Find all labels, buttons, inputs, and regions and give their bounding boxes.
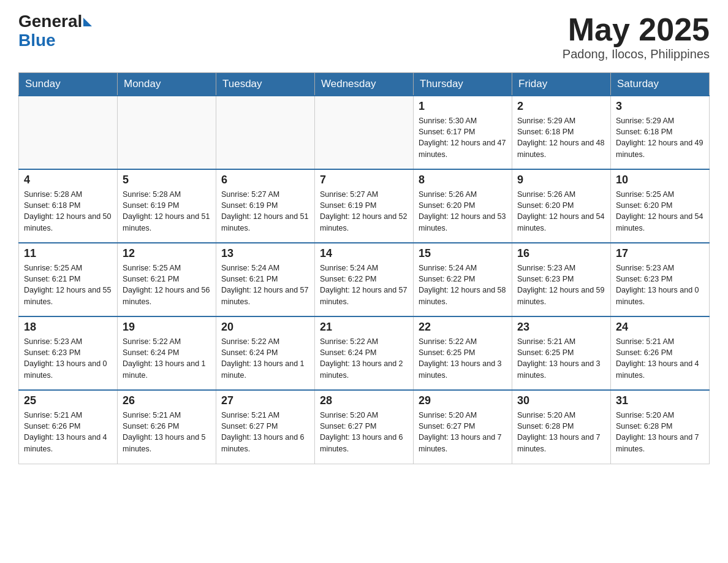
- calendar-week-row: 4Sunrise: 5:28 AM Sunset: 6:18 PM Daylig…: [19, 169, 710, 243]
- day-info: Sunrise: 5:29 AM Sunset: 6:18 PM Dayligh…: [616, 115, 704, 160]
- day-number: 7: [320, 174, 408, 186]
- table-row: 25Sunrise: 5:21 AM Sunset: 6:26 PM Dayli…: [19, 390, 118, 464]
- day-info: Sunrise: 5:27 AM Sunset: 6:19 PM Dayligh…: [221, 189, 309, 234]
- table-row: 24Sunrise: 5:21 AM Sunset: 6:26 PM Dayli…: [611, 316, 710, 390]
- day-number: 17: [616, 247, 704, 260]
- day-number: 6: [221, 174, 309, 186]
- table-row: [315, 96, 414, 169]
- calendar-table: Sunday Monday Tuesday Wednesday Thursday…: [18, 72, 710, 464]
- day-info: Sunrise: 5:22 AM Sunset: 6:24 PM Dayligh…: [123, 336, 211, 381]
- day-number: 28: [320, 394, 408, 407]
- logo-blue-text: Blue: [18, 31, 92, 50]
- day-number: 30: [517, 394, 605, 407]
- table-row: 2Sunrise: 5:29 AM Sunset: 6:18 PM Daylig…: [512, 96, 611, 169]
- day-number: 23: [517, 321, 605, 334]
- day-info: Sunrise: 5:24 AM Sunset: 6:22 PM Dayligh…: [419, 262, 507, 307]
- day-info: Sunrise: 5:25 AM Sunset: 6:20 PM Dayligh…: [616, 189, 704, 234]
- table-row: [19, 96, 118, 169]
- logo: General Blue: [18, 12, 92, 50]
- logo-triangle-icon: [83, 18, 92, 26]
- table-row: 28Sunrise: 5:20 AM Sunset: 6:27 PM Dayli…: [315, 390, 414, 464]
- page-title: May 2025: [563, 12, 710, 47]
- day-info: Sunrise: 5:21 AM Sunset: 6:27 PM Dayligh…: [221, 410, 309, 454]
- day-number: 24: [616, 321, 704, 334]
- table-row: 22Sunrise: 5:22 AM Sunset: 6:25 PM Dayli…: [414, 316, 512, 390]
- table-row: 27Sunrise: 5:21 AM Sunset: 6:27 PM Dayli…: [216, 390, 315, 464]
- table-row: 12Sunrise: 5:25 AM Sunset: 6:21 PM Dayli…: [118, 243, 216, 316]
- day-info: Sunrise: 5:28 AM Sunset: 6:18 PM Dayligh…: [24, 189, 112, 234]
- day-number: 15: [419, 247, 507, 260]
- calendar-week-row: 25Sunrise: 5:21 AM Sunset: 6:26 PM Dayli…: [19, 390, 710, 464]
- day-info: Sunrise: 5:20 AM Sunset: 6:27 PM Dayligh…: [419, 410, 507, 454]
- day-info: Sunrise: 5:21 AM Sunset: 6:26 PM Dayligh…: [616, 336, 704, 381]
- page-subtitle: Padong, Ilocos, Philippines: [563, 47, 710, 61]
- table-row: 9Sunrise: 5:26 AM Sunset: 6:20 PM Daylig…: [512, 169, 611, 243]
- table-row: [118, 96, 216, 169]
- table-row: 13Sunrise: 5:24 AM Sunset: 6:21 PM Dayli…: [216, 243, 315, 316]
- col-friday: Friday: [512, 73, 611, 96]
- col-wednesday: Wednesday: [315, 73, 414, 96]
- day-info: Sunrise: 5:20 AM Sunset: 6:27 PM Dayligh…: [320, 410, 408, 454]
- col-thursday: Thursday: [414, 73, 512, 96]
- day-info: Sunrise: 5:28 AM Sunset: 6:19 PM Dayligh…: [123, 189, 211, 234]
- day-number: 10: [616, 174, 704, 186]
- day-info: Sunrise: 5:23 AM Sunset: 6:23 PM Dayligh…: [616, 262, 704, 307]
- table-row: 14Sunrise: 5:24 AM Sunset: 6:22 PM Dayli…: [315, 243, 414, 316]
- day-number: 12: [123, 247, 211, 260]
- day-number: 2: [517, 100, 605, 113]
- day-number: 22: [419, 321, 507, 334]
- day-info: Sunrise: 5:24 AM Sunset: 6:21 PM Dayligh…: [221, 262, 309, 307]
- table-row: 5Sunrise: 5:28 AM Sunset: 6:19 PM Daylig…: [118, 169, 216, 243]
- table-row: 8Sunrise: 5:26 AM Sunset: 6:20 PM Daylig…: [414, 169, 512, 243]
- table-row: 4Sunrise: 5:28 AM Sunset: 6:18 PM Daylig…: [19, 169, 118, 243]
- day-number: 11: [24, 247, 112, 260]
- day-info: Sunrise: 5:23 AM Sunset: 6:23 PM Dayligh…: [24, 336, 112, 381]
- day-info: Sunrise: 5:21 AM Sunset: 6:26 PM Dayligh…: [24, 410, 112, 454]
- day-info: Sunrise: 5:23 AM Sunset: 6:23 PM Dayligh…: [517, 262, 605, 307]
- table-row: 10Sunrise: 5:25 AM Sunset: 6:20 PM Dayli…: [611, 169, 710, 243]
- table-row: 30Sunrise: 5:20 AM Sunset: 6:28 PM Dayli…: [512, 390, 611, 464]
- day-number: 20: [221, 321, 309, 334]
- page-header: General Blue May 2025 Padong, Ilocos, Ph…: [18, 12, 710, 61]
- title-block: May 2025 Padong, Ilocos, Philippines: [563, 12, 710, 61]
- day-number: 27: [221, 394, 309, 407]
- calendar-week-row: 11Sunrise: 5:25 AM Sunset: 6:21 PM Dayli…: [19, 243, 710, 316]
- day-number: 5: [123, 174, 211, 186]
- day-number: 29: [419, 394, 507, 407]
- day-info: Sunrise: 5:29 AM Sunset: 6:18 PM Dayligh…: [517, 115, 605, 160]
- day-info: Sunrise: 5:26 AM Sunset: 6:20 PM Dayligh…: [517, 189, 605, 234]
- day-info: Sunrise: 5:24 AM Sunset: 6:22 PM Dayligh…: [320, 262, 408, 307]
- day-info: Sunrise: 5:20 AM Sunset: 6:28 PM Dayligh…: [517, 410, 605, 454]
- col-tuesday: Tuesday: [216, 73, 315, 96]
- day-number: 16: [517, 247, 605, 260]
- day-number: 1: [419, 100, 507, 113]
- table-row: 19Sunrise: 5:22 AM Sunset: 6:24 PM Dayli…: [118, 316, 216, 390]
- table-row: [216, 96, 315, 169]
- day-info: Sunrise: 5:22 AM Sunset: 6:25 PM Dayligh…: [419, 336, 507, 381]
- day-number: 21: [320, 321, 408, 334]
- table-row: 26Sunrise: 5:21 AM Sunset: 6:26 PM Dayli…: [118, 390, 216, 464]
- day-number: 26: [123, 394, 211, 407]
- day-info: Sunrise: 5:27 AM Sunset: 6:19 PM Dayligh…: [320, 189, 408, 234]
- table-row: 3Sunrise: 5:29 AM Sunset: 6:18 PM Daylig…: [611, 96, 710, 169]
- day-number: 14: [320, 247, 408, 260]
- table-row: 18Sunrise: 5:23 AM Sunset: 6:23 PM Dayli…: [19, 316, 118, 390]
- day-info: Sunrise: 5:30 AM Sunset: 6:17 PM Dayligh…: [419, 115, 507, 160]
- calendar-week-row: 18Sunrise: 5:23 AM Sunset: 6:23 PM Dayli…: [19, 316, 710, 390]
- day-number: 4: [24, 174, 112, 186]
- day-info: Sunrise: 5:22 AM Sunset: 6:24 PM Dayligh…: [320, 336, 408, 381]
- day-number: 19: [123, 321, 211, 334]
- day-info: Sunrise: 5:22 AM Sunset: 6:24 PM Dayligh…: [221, 336, 309, 381]
- day-number: 31: [616, 394, 704, 407]
- table-row: 16Sunrise: 5:23 AM Sunset: 6:23 PM Dayli…: [512, 243, 611, 316]
- table-row: 1Sunrise: 5:30 AM Sunset: 6:17 PM Daylig…: [414, 96, 512, 169]
- calendar-header-row: Sunday Monday Tuesday Wednesday Thursday…: [19, 73, 710, 96]
- day-info: Sunrise: 5:21 AM Sunset: 6:25 PM Dayligh…: [517, 336, 605, 381]
- day-number: 18: [24, 321, 112, 334]
- table-row: 23Sunrise: 5:21 AM Sunset: 6:25 PM Dayli…: [512, 316, 611, 390]
- col-saturday: Saturday: [611, 73, 710, 96]
- col-sunday: Sunday: [19, 73, 118, 96]
- table-row: 20Sunrise: 5:22 AM Sunset: 6:24 PM Dayli…: [216, 316, 315, 390]
- table-row: 31Sunrise: 5:20 AM Sunset: 6:28 PM Dayli…: [611, 390, 710, 464]
- day-number: 3: [616, 100, 704, 113]
